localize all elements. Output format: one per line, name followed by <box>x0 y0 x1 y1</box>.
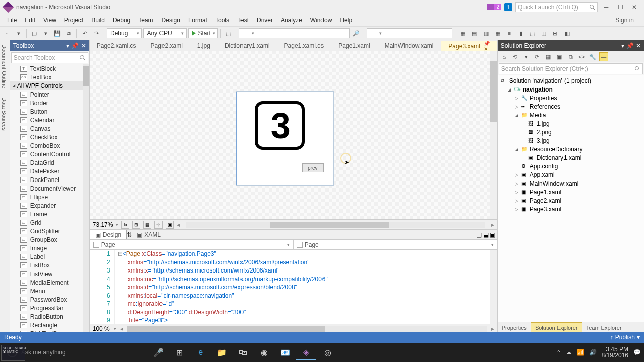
minimize-button[interactable]: ─ <box>601 3 612 12</box>
snap-toggle[interactable]: ▦ <box>143 221 151 229</box>
toolbox-item[interactable]: ▭Expander <box>10 201 89 210</box>
doc-tab[interactable]: Page2.xaml.cs <box>90 41 144 51</box>
toolbox-item[interactable]: ▭Image <box>10 244 89 252</box>
scope-dropdown[interactable]: ▾ <box>239 28 350 38</box>
grid-toggle[interactable]: ⊞ <box>132 221 140 229</box>
doc-tab[interactable]: Dictionary1.xaml <box>218 41 277 51</box>
designer-hscroll[interactable] <box>186 222 485 228</box>
menu-analyze[interactable]: Analyze <box>277 16 306 25</box>
store-icon[interactable]: 🛍 <box>233 344 253 360</box>
image-3[interactable]: 3 <box>255 101 305 150</box>
layout-9[interactable]: ⊞ <box>550 28 560 38</box>
undo-button[interactable]: ↶ <box>79 28 90 38</box>
code-scrollbar[interactable] <box>490 250 497 324</box>
split-h[interactable]: ◫ <box>476 231 482 238</box>
toolbox-search[interactable]: Search Toolbox <box>11 52 88 63</box>
tab-solution-explorer[interactable]: Solution Explorer <box>531 322 582 333</box>
toolbox-item[interactable]: ▭Frame <box>10 210 89 218</box>
close-icon[interactable]: ✕ <box>636 42 641 49</box>
platform-dropdown[interactable]: Any CPU▾ <box>143 28 187 38</box>
file-page2[interactable]: ▷▣Page2.xaml <box>498 196 644 205</box>
layout-10[interactable]: ◧ <box>562 28 572 38</box>
menu-help[interactable]: Help <box>336 16 356 25</box>
toolbox-item[interactable]: ▭DatePicker <box>10 167 89 175</box>
split-expand[interactable]: ▣ <box>490 231 495 238</box>
file-2png[interactable]: 🖼2.png <box>498 128 644 136</box>
file-mainwindow[interactable]: ▷▣MainWindow.xaml <box>498 179 644 188</box>
code-hscroll[interactable] <box>127 326 487 332</box>
toolbox-item[interactable]: ▭Label <box>10 252 89 261</box>
file-1jpg[interactable]: 🖼1.jpg <box>498 119 644 128</box>
toolbox-item[interactable]: ▭ListBox <box>10 261 89 269</box>
toolbox-item[interactable]: ▭Grid <box>10 218 89 227</box>
save-button[interactable]: 💾 <box>52 28 62 38</box>
media-folder[interactable]: ◢📁Media <box>498 111 644 119</box>
menu-tools[interactable]: Tools <box>211 16 233 25</box>
clock[interactable]: 3:45 PM8/19/2016 <box>602 346 628 358</box>
toolbox-item[interactable]: TTextBlock <box>10 64 89 73</box>
menu-project[interactable]: Project <box>60 16 87 25</box>
toolbox-item[interactable]: ▭CheckBox <box>10 133 89 141</box>
toolbox-item[interactable]: ▭Calendar <box>10 116 89 124</box>
menu-format[interactable]: Format <box>184 16 211 25</box>
quick-launch-input[interactable]: Quick Launch (Ctrl+Q) <box>515 2 598 12</box>
layout-1[interactable]: ▦ <box>458 28 468 38</box>
menu-design[interactable]: Design <box>157 16 184 25</box>
show-all-icon[interactable]: ▦ <box>544 52 553 61</box>
toolbox-item[interactable]: ▭DockPanel <box>10 175 89 184</box>
notification-badge[interactable]: 1 <box>504 3 512 11</box>
toolbox-item[interactable]: ▭PasswordBox <box>10 295 89 304</box>
doc-tab[interactable]: Page1.xaml <box>331 41 377 51</box>
nav-fwd-button[interactable]: ▾ <box>14 28 24 38</box>
wrench-icon[interactable]: 🔧 <box>588 52 597 61</box>
xaml-scope-right[interactable]: Page▾ <box>293 240 497 249</box>
pin-icon[interactable]: 📌 <box>71 42 79 49</box>
toolbox-item[interactable]: ▭DocumentViewer <box>10 184 89 193</box>
guides-toggle[interactable]: ▣ <box>166 221 174 229</box>
file-dictionary1[interactable]: ▣Dictionary1.xaml <box>498 153 644 162</box>
save-all-button[interactable]: ⧉ <box>64 28 74 38</box>
xaml-tab[interactable]: ▣ XAML <box>132 230 166 239</box>
doc-tab[interactable]: 1.jpg <box>190 41 218 51</box>
chrome-icon[interactable]: ◉ <box>254 344 274 360</box>
rail-data-sources[interactable]: Data Sources <box>0 93 10 135</box>
layout-3[interactable]: ▥ <box>481 28 491 38</box>
tab-properties[interactable]: Properties <box>498 322 531 333</box>
file-3jpg[interactable]: 🖼3.jpg <box>498 136 644 145</box>
doc-tab[interactable]: MainWindow.xaml <box>378 41 441 51</box>
toolbox-item[interactable]: ▭Button <box>10 107 89 116</box>
sync-icon[interactable]: ▾ <box>522 52 531 61</box>
code-icon[interactable]: <> <box>577 52 586 61</box>
preview-icon[interactable]: ⧉ <box>566 52 575 61</box>
file-appxaml[interactable]: ▷▣App.xaml <box>498 170 644 179</box>
toolbox-item[interactable]: ▭Canvas <box>10 124 89 133</box>
code-zoom[interactable]: 100 % <box>93 325 110 332</box>
tray-up-icon[interactable]: ^ <box>557 349 560 356</box>
file-appconfig[interactable]: ⚙App.config <box>498 162 644 170</box>
swap-panes-icon[interactable]: ⇅ <box>127 231 132 238</box>
design-artboard[interactable]: 3 prev <box>236 92 333 185</box>
toolbox-item[interactable]: ▭Border <box>10 99 89 107</box>
new-project-button[interactable]: ▢ <box>29 28 39 38</box>
mic-icon[interactable]: 🎤 <box>148 344 169 360</box>
rail-document-outline[interactable]: Document Outline <box>0 40 10 93</box>
open-button[interactable]: ▾ <box>41 28 51 38</box>
layout-2[interactable]: ▤ <box>469 28 479 38</box>
menu-window[interactable]: Window <box>306 16 336 25</box>
pane-menu-icon[interactable]: ▾ <box>621 42 624 49</box>
layout-7[interactable]: ⬚ <box>527 28 537 38</box>
edge-icon[interactable]: e <box>191 344 211 360</box>
nav-back-button[interactable]: ◦ <box>2 28 12 38</box>
layout-8[interactable]: ◫ <box>539 28 549 38</box>
toolbox-item[interactable]: ▭ProgressBar <box>10 304 89 312</box>
outlook-icon[interactable]: 📧 <box>275 344 295 360</box>
close-icon[interactable]: ✕ <box>81 42 86 49</box>
toolbox-item[interactable]: ▭ComboBox <box>10 141 89 150</box>
effects-toggle[interactable]: fx <box>121 221 129 229</box>
menu-build[interactable]: Build <box>87 16 109 25</box>
menu-file[interactable]: File <box>3 16 21 25</box>
notifications-icon[interactable]: 💬 <box>633 349 641 356</box>
xaml-designer[interactable]: 3 prev ➤ <box>90 51 497 219</box>
toolbox-item[interactable]: ▭Menu <box>10 287 89 295</box>
onedrive-icon[interactable]: ☁ <box>566 349 572 356</box>
